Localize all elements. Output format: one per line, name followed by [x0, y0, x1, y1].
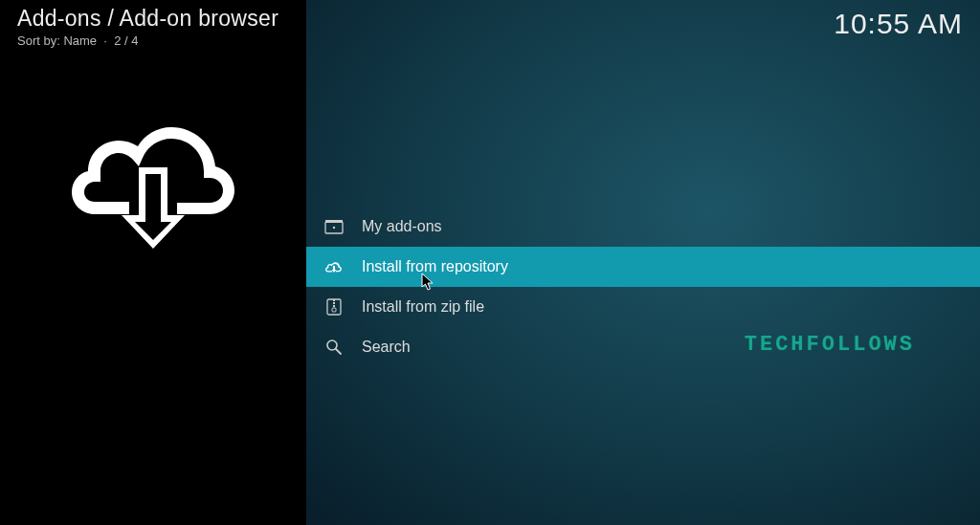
watermark: TECHFOLLOWS [745, 333, 915, 357]
menu-item-install-repository[interactable]: Install from repository [306, 247, 980, 287]
sort-prefix: Sort by: [17, 33, 60, 48]
menu-item-install-zip[interactable]: Install from zip file [306, 287, 980, 327]
svg-point-5 [333, 227, 335, 229]
menu-item-my-addons[interactable]: My add-ons [306, 207, 980, 247]
main-panel: My add-ons Install from repository [306, 0, 980, 525]
sort-line: Sort by: Name · 2 / 4 [17, 33, 278, 48]
menu-item-label: Install from repository [362, 258, 508, 275]
clock: 10:55 AM [834, 8, 963, 40]
sort-value[interactable]: Name [63, 33, 97, 48]
download-cloud-icon [72, 120, 234, 253]
menu-item-label: Search [362, 339, 411, 356]
menu-item-label: Install from zip file [362, 298, 484, 316]
svg-line-12 [336, 349, 341, 354]
zip-icon [323, 296, 345, 317]
search-icon [323, 337, 345, 358]
menu-item-label: My add-ons [362, 218, 442, 235]
breadcrumb: Add-ons / Add-on browser [17, 6, 278, 32]
svg-rect-4 [325, 220, 343, 223]
page-indicator: 2 / 4 [114, 33, 138, 48]
svg-rect-10 [332, 308, 336, 312]
svg-rect-7 [333, 299, 335, 301]
svg-rect-8 [333, 302, 335, 304]
sidebar [0, 0, 306, 525]
header: Add-ons / Add-on browser Sort by: Name ·… [17, 6, 963, 48]
svg-rect-9 [333, 305, 335, 307]
box-icon [323, 216, 345, 237]
download-cloud-icon [323, 256, 345, 277]
